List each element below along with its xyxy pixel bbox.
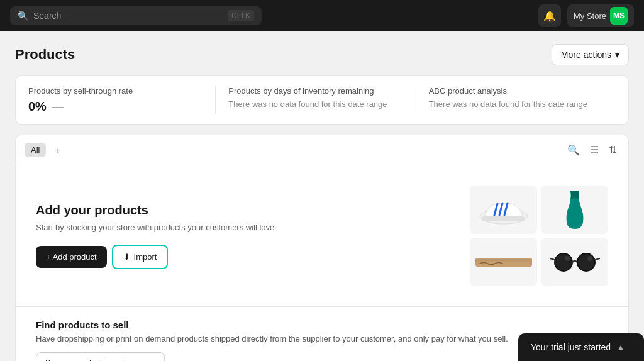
shoe-icon: [475, 192, 532, 227]
empty-state-left: Add your products Start by stocking your…: [36, 203, 470, 269]
stat-abc-no-data: There was no data found for this date ra…: [429, 99, 603, 109]
svg-rect-4: [482, 216, 525, 221]
empty-state-description: Start by stocking your store with produc…: [36, 223, 470, 232]
stat-sell-through-label: Products by sell-through rate: [28, 86, 203, 96]
trial-banner[interactable]: Your trial just started ▲: [518, 333, 644, 361]
add-tab-button[interactable]: +: [51, 143, 64, 157]
filter-button[interactable]: ☰: [587, 142, 601, 158]
find-products-title: Find products to sell: [36, 319, 608, 330]
product-image-sunglasses: [541, 238, 608, 286]
more-actions-button[interactable]: More actions ▾: [552, 44, 629, 65]
sunglasses-icon: [550, 250, 600, 275]
empty-state-actions: + Add product ⬇ Import: [36, 245, 470, 269]
product-image-ruler: [470, 238, 537, 286]
nav-right: 🔔 My Store MS: [538, 4, 634, 27]
avatar: MS: [610, 7, 628, 25]
toolbar-right: 🔍 ☰ ⇅: [565, 142, 619, 158]
products-panel: All + 🔍 ☰ ⇅ Add your products Start by s…: [15, 135, 629, 361]
search-shortcut: Ctrl K: [228, 10, 254, 21]
sort-button[interactable]: ⇅: [606, 142, 619, 158]
top-nav: 🔍 Search Ctrl K 🔔 My Store MS: [0, 0, 644, 31]
import-button[interactable]: ⬇ Import: [112, 245, 169, 269]
chevron-down-icon: ▾: [615, 50, 619, 60]
import-label: Import: [134, 252, 157, 262]
search-icon: 🔍: [18, 11, 28, 21]
svg-line-10: [595, 258, 600, 260]
tab-all[interactable]: All: [25, 143, 46, 157]
vase-icon: [559, 188, 591, 232]
search-placeholder: Search: [33, 11, 223, 21]
search-products-button[interactable]: 🔍: [565, 142, 582, 158]
stat-abc-label: ABC product analysis: [429, 86, 603, 96]
product-image-vase: [541, 186, 608, 234]
store-button[interactable]: My Store MS: [567, 4, 634, 27]
empty-state: Add your products Start by stocking your…: [16, 165, 628, 306]
main-content: Products More actions ▾ Products by sell…: [0, 31, 644, 361]
ruler-icon: [472, 253, 535, 272]
import-icon: ⬇: [123, 252, 130, 262]
product-images-grid: [470, 186, 608, 286]
stat-abc-analysis: ABC product analysis There was no data f…: [416, 86, 616, 114]
page-header: Products More actions ▾: [15, 44, 629, 65]
trial-chevron-icon: ▲: [617, 343, 625, 352]
page-title: Products: [15, 47, 75, 63]
stat-days-inventory-no-data: There was no data found for this date ra…: [228, 99, 402, 109]
stat-days-inventory: Products by days of inventory remaining …: [216, 86, 416, 114]
panel-toolbar: All + 🔍 ☰ ⇅: [16, 135, 628, 165]
trial-banner-text: Your trial just started: [531, 342, 611, 352]
svg-point-8: [577, 253, 595, 271]
product-image-shoe: [470, 186, 537, 234]
svg-line-9: [550, 258, 555, 260]
svg-point-12: [587, 256, 592, 261]
stats-card: Products by sell-through rate 0% — Produ…: [15, 75, 629, 125]
store-label: My Store: [574, 11, 606, 21]
more-actions-label: More actions: [561, 50, 611, 60]
stat-days-inventory-label: Products by days of inventory remaining: [228, 86, 402, 96]
stat-sell-through-value: 0% —: [28, 99, 203, 114]
search-bar[interactable]: 🔍 Search Ctrl K: [10, 6, 262, 25]
empty-state-title: Add your products: [36, 203, 470, 218]
svg-rect-6: [475, 259, 532, 262]
notification-bell-button[interactable]: 🔔: [538, 4, 561, 27]
svg-point-7: [555, 253, 572, 271]
svg-point-11: [565, 256, 570, 261]
add-product-button[interactable]: + Add product: [36, 246, 107, 268]
stat-sell-through: Products by sell-through rate 0% —: [28, 86, 216, 114]
browse-sourcing-apps-button[interactable]: Browse product sourcing apps: [36, 352, 165, 361]
